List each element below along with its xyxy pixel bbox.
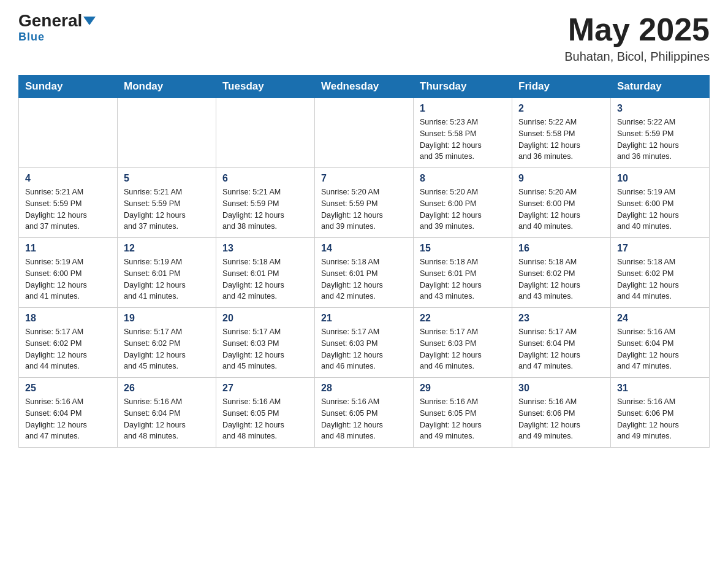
day-cell: 4Sunrise: 5:21 AMSunset: 5:59 PMDaylight…: [19, 168, 118, 238]
day-cell: 14Sunrise: 5:18 AMSunset: 6:01 PMDayligh…: [315, 238, 414, 308]
calendar-table: Sunday Monday Tuesday Wednesday Thursday…: [18, 75, 710, 448]
day-number: 31: [617, 383, 703, 394]
day-number: 22: [420, 313, 506, 324]
day-cell: [216, 98, 315, 168]
day-info: Sunrise: 5:17 AMSunset: 6:02 PMDaylight:…: [124, 326, 210, 372]
day-cell: 29Sunrise: 5:16 AMSunset: 6:05 PMDayligh…: [414, 378, 512, 448]
col-tuesday: Tuesday: [216, 75, 315, 98]
day-cell: [118, 98, 216, 168]
week-row-4: 18Sunrise: 5:17 AMSunset: 6:02 PMDayligh…: [19, 308, 710, 378]
day-info: Sunrise: 5:22 AMSunset: 5:59 PMDaylight:…: [617, 117, 703, 163]
day-cell: 12Sunrise: 5:19 AMSunset: 6:01 PMDayligh…: [118, 238, 216, 308]
day-info: Sunrise: 5:18 AMSunset: 6:01 PMDaylight:…: [222, 256, 308, 302]
day-cell: 18Sunrise: 5:17 AMSunset: 6:02 PMDayligh…: [19, 308, 118, 378]
day-number: 10: [617, 173, 703, 184]
day-info: Sunrise: 5:17 AMSunset: 6:03 PMDaylight:…: [222, 326, 308, 372]
day-number: 19: [124, 313, 210, 324]
day-info: Sunrise: 5:17 AMSunset: 6:04 PMDaylight:…: [518, 326, 604, 372]
day-cell: 25Sunrise: 5:16 AMSunset: 6:04 PMDayligh…: [19, 378, 118, 448]
day-info: Sunrise: 5:21 AMSunset: 5:59 PMDaylight:…: [124, 186, 210, 232]
day-cell: 21Sunrise: 5:17 AMSunset: 6:03 PMDayligh…: [315, 308, 414, 378]
day-number: 16: [518, 243, 604, 254]
day-cell: 3Sunrise: 5:22 AMSunset: 5:59 PMDaylight…: [611, 98, 710, 168]
day-info: Sunrise: 5:21 AMSunset: 5:59 PMDaylight:…: [25, 186, 111, 232]
day-info: Sunrise: 5:20 AMSunset: 5:59 PMDaylight:…: [321, 186, 407, 232]
col-monday: Monday: [118, 75, 216, 98]
day-cell: 8Sunrise: 5:20 AMSunset: 6:00 PMDaylight…: [414, 168, 512, 238]
day-info: Sunrise: 5:17 AMSunset: 6:02 PMDaylight:…: [25, 326, 111, 372]
day-cell: 11Sunrise: 5:19 AMSunset: 6:00 PMDayligh…: [19, 238, 118, 308]
day-number: 8: [420, 173, 506, 184]
day-info: Sunrise: 5:19 AMSunset: 6:00 PMDaylight:…: [617, 186, 703, 232]
day-cell: 1Sunrise: 5:23 AMSunset: 5:58 PMDaylight…: [414, 98, 512, 168]
day-cell: 5Sunrise: 5:21 AMSunset: 5:59 PMDaylight…: [118, 168, 216, 238]
day-number: 17: [617, 243, 703, 254]
day-number: 11: [25, 243, 111, 254]
location-title: Buhatan, Bicol, Philippines: [564, 50, 710, 64]
day-cell: 9Sunrise: 5:20 AMSunset: 6:00 PMDaylight…: [512, 168, 611, 238]
week-row-1: 1Sunrise: 5:23 AMSunset: 5:58 PMDaylight…: [19, 98, 710, 168]
day-info: Sunrise: 5:18 AMSunset: 6:01 PMDaylight:…: [420, 256, 506, 302]
day-info: Sunrise: 5:21 AMSunset: 5:59 PMDaylight:…: [222, 186, 308, 232]
col-friday: Friday: [512, 75, 611, 98]
day-cell: [315, 98, 414, 168]
title-area: May 2025 Buhatan, Bicol, Philippines: [564, 12, 710, 64]
day-cell: 24Sunrise: 5:16 AMSunset: 6:04 PMDayligh…: [611, 308, 710, 378]
day-info: Sunrise: 5:16 AMSunset: 6:06 PMDaylight:…: [518, 396, 604, 442]
day-number: 20: [222, 313, 308, 324]
day-cell: 7Sunrise: 5:20 AMSunset: 5:59 PMDaylight…: [315, 168, 414, 238]
day-number: 4: [25, 173, 111, 184]
day-info: Sunrise: 5:23 AMSunset: 5:58 PMDaylight:…: [420, 117, 506, 163]
day-number: 15: [420, 243, 506, 254]
day-number: 23: [518, 313, 604, 324]
logo-blue: Blue: [18, 31, 45, 44]
day-cell: 27Sunrise: 5:16 AMSunset: 6:05 PMDayligh…: [216, 378, 315, 448]
day-number: 7: [321, 173, 407, 184]
day-number: 5: [124, 173, 210, 184]
day-cell: 6Sunrise: 5:21 AMSunset: 5:59 PMDaylight…: [216, 168, 315, 238]
day-cell: 30Sunrise: 5:16 AMSunset: 6:06 PMDayligh…: [512, 378, 611, 448]
day-cell: 28Sunrise: 5:16 AMSunset: 6:05 PMDayligh…: [315, 378, 414, 448]
day-cell: 16Sunrise: 5:18 AMSunset: 6:02 PMDayligh…: [512, 238, 611, 308]
day-info: Sunrise: 5:19 AMSunset: 6:00 PMDaylight:…: [25, 256, 111, 302]
day-cell: 26Sunrise: 5:16 AMSunset: 6:04 PMDayligh…: [118, 378, 216, 448]
day-info: Sunrise: 5:16 AMSunset: 6:06 PMDaylight:…: [617, 396, 703, 442]
header: General Blue May 2025 Buhatan, Bicol, Ph…: [18, 12, 710, 64]
day-number: 30: [518, 383, 604, 394]
day-info: Sunrise: 5:16 AMSunset: 6:04 PMDaylight:…: [124, 396, 210, 442]
day-number: 26: [124, 383, 210, 394]
day-number: 3: [617, 103, 703, 114]
day-cell: 31Sunrise: 5:16 AMSunset: 6:06 PMDayligh…: [611, 378, 710, 448]
day-info: Sunrise: 5:16 AMSunset: 6:05 PMDaylight:…: [321, 396, 407, 442]
day-cell: 13Sunrise: 5:18 AMSunset: 6:01 PMDayligh…: [216, 238, 315, 308]
day-cell: 22Sunrise: 5:17 AMSunset: 6:03 PMDayligh…: [414, 308, 512, 378]
week-row-2: 4Sunrise: 5:21 AMSunset: 5:59 PMDaylight…: [19, 168, 710, 238]
day-info: Sunrise: 5:20 AMSunset: 6:00 PMDaylight:…: [420, 186, 506, 232]
day-info: Sunrise: 5:18 AMSunset: 6:02 PMDaylight:…: [518, 256, 604, 302]
day-info: Sunrise: 5:19 AMSunset: 6:01 PMDaylight:…: [124, 256, 210, 302]
day-number: 2: [518, 103, 604, 114]
day-number: 9: [518, 173, 604, 184]
week-row-5: 25Sunrise: 5:16 AMSunset: 6:04 PMDayligh…: [19, 378, 710, 448]
day-info: Sunrise: 5:18 AMSunset: 6:01 PMDaylight:…: [321, 256, 407, 302]
day-info: Sunrise: 5:16 AMSunset: 6:05 PMDaylight:…: [222, 396, 308, 442]
day-number: 21: [321, 313, 407, 324]
col-sunday: Sunday: [19, 75, 118, 98]
day-info: Sunrise: 5:22 AMSunset: 5:58 PMDaylight:…: [518, 117, 604, 163]
day-info: Sunrise: 5:17 AMSunset: 6:03 PMDaylight:…: [420, 326, 506, 372]
day-number: 27: [222, 383, 308, 394]
day-cell: 23Sunrise: 5:17 AMSunset: 6:04 PMDayligh…: [512, 308, 611, 378]
col-thursday: Thursday: [414, 75, 512, 98]
day-info: Sunrise: 5:20 AMSunset: 6:00 PMDaylight:…: [518, 186, 604, 232]
day-cell: 17Sunrise: 5:18 AMSunset: 6:02 PMDayligh…: [611, 238, 710, 308]
day-number: 13: [222, 243, 308, 254]
col-saturday: Saturday: [611, 75, 710, 98]
day-info: Sunrise: 5:17 AMSunset: 6:03 PMDaylight:…: [321, 326, 407, 372]
col-wednesday: Wednesday: [315, 75, 414, 98]
day-cell: 19Sunrise: 5:17 AMSunset: 6:02 PMDayligh…: [118, 308, 216, 378]
day-number: 14: [321, 243, 407, 254]
day-number: 25: [25, 383, 111, 394]
logo-triangle-icon: [83, 17, 96, 25]
month-title: May 2025: [564, 12, 710, 47]
day-number: 29: [420, 383, 506, 394]
